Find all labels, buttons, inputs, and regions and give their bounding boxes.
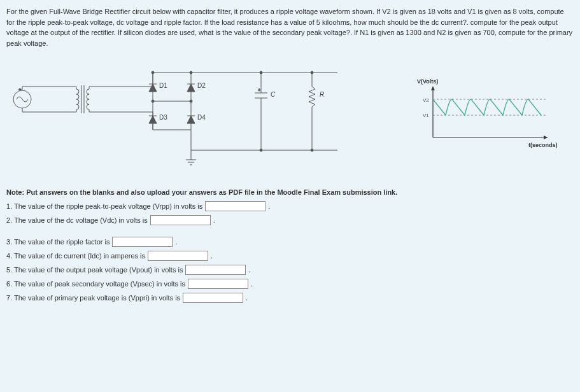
period: .: [248, 266, 250, 274]
submission-note: Note: Put answers on the blanks and also…: [6, 188, 574, 196]
answer-input-idc[interactable]: [148, 251, 208, 261]
svg-point-30: [152, 100, 154, 102]
waveform-v1: V1: [423, 113, 429, 118]
svg-point-31: [190, 100, 192, 102]
svg-marker-56: [431, 87, 435, 90]
question-6: 6. The value of peak secondary voltage (…: [6, 279, 574, 289]
label-d2: D2: [197, 82, 206, 89]
question-3: 3. The value of the ripple factor is .: [6, 237, 574, 247]
period: .: [175, 238, 177, 246]
svg-point-42: [260, 71, 262, 74]
svg-point-47: [311, 149, 313, 151]
period: .: [211, 252, 213, 260]
circuit-diagram: +: [6, 61, 401, 169]
svg-marker-23: [149, 116, 157, 123]
question-7-text: 7. The value of primary peak voltage is …: [6, 294, 180, 302]
svg-marker-55: [544, 136, 548, 139]
svg-text:+: +: [258, 88, 260, 92]
answer-input-vrpp[interactable]: [205, 201, 265, 211]
answer-input-vppri[interactable]: [183, 293, 243, 303]
svg-marker-21: [149, 84, 157, 92]
label-r: R: [320, 91, 324, 98]
problem-statement: For the given Full-Wave Bridge Rectifier…: [6, 6, 574, 48]
svg-point-32: [152, 71, 154, 74]
svg-marker-25: [187, 84, 195, 92]
label-d3: D3: [159, 114, 167, 121]
question-5-text: 5. The value of the output peak voltage …: [6, 266, 183, 274]
question-5: 5. The value of the output peak voltage …: [6, 265, 574, 275]
question-6-text: 6. The value of peak secondary voltage (…: [6, 280, 185, 288]
svg-marker-27: [187, 116, 195, 123]
svg-point-46: [311, 71, 313, 74]
question-2-text: 2. The value of the dc voltage (Vdc) in …: [6, 216, 148, 224]
svg-text:+: +: [18, 87, 22, 92]
answer-input-vpsec[interactable]: [188, 279, 248, 289]
question-3-text: 3. The value of the ripple factor is: [6, 238, 110, 246]
waveform-v2: V2: [423, 97, 429, 103]
period: .: [268, 202, 270, 210]
question-7: 7. The value of primary peak voltage is …: [6, 293, 574, 303]
question-4-text: 4. The value of dc current (Idc) in ampe…: [6, 252, 145, 260]
question-1: 1. The value of the ripple peak-to-peak …: [6, 201, 574, 211]
period: .: [246, 294, 248, 302]
question-4: 4. The value of dc current (Idc) in ampe…: [6, 251, 574, 261]
label-c: C: [271, 91, 276, 98]
label-d1: D1: [159, 82, 167, 89]
figure-area: +: [6, 61, 574, 169]
waveform-ylabel: V(Volts): [417, 78, 438, 85]
waveform-xlabel: t(seconds): [528, 142, 558, 148]
question-2: 2. The value of the dc voltage (Vdc) in …: [6, 215, 574, 225]
question-1-text: 1. The value of the ripple peak-to-peak …: [6, 202, 202, 210]
label-d4: D4: [197, 114, 206, 121]
period: .: [251, 280, 253, 288]
waveform-graph: V(Volts) V2 V1 t(seconds): [414, 77, 560, 153]
period: .: [213, 216, 215, 224]
answer-input-ripple-factor[interactable]: [112, 237, 173, 247]
svg-point-43: [260, 149, 262, 151]
answer-input-vpout[interactable]: [185, 265, 246, 275]
answer-input-vdc[interactable]: [150, 215, 211, 225]
